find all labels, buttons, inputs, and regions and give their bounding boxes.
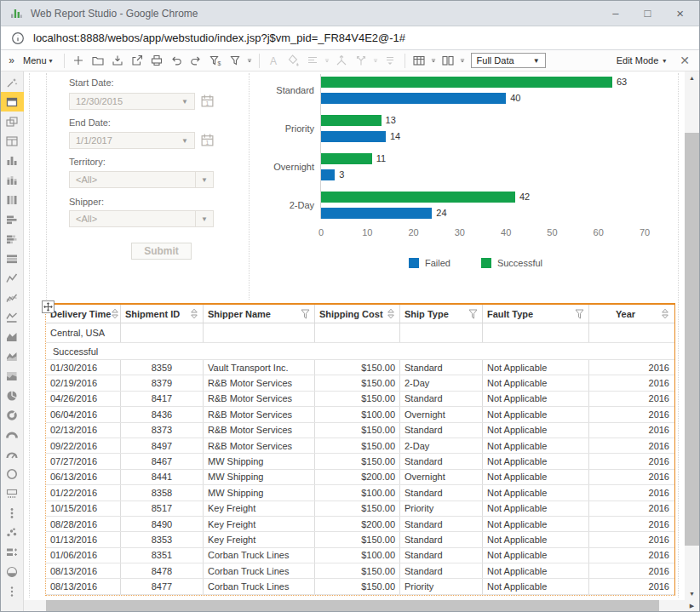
column-header-fault-type[interactable]: Fault Type [483,305,589,323]
column-header-ship-type[interactable]: Ship Type [400,305,483,323]
edit-mode-button[interactable]: Edit Mode▾ [617,55,667,66]
shipper-select[interactable]: <All>▼ [69,210,214,227]
vertical-scrollbar-thumb[interactable] [685,133,699,546]
filter-icon[interactable] [468,309,478,319]
sidebar-item-line-chart[interactable] [1,268,24,288]
table-row[interactable]: 10/15/20168517Key Freight$150.00Priority… [46,501,674,517]
legend-item-failed[interactable]: Failed [409,258,450,268]
sidebar-item-hbar-chart[interactable] [1,209,24,229]
chart-bar-successful[interactable] [321,115,382,126]
filter-icon[interactable] [575,309,584,319]
maximize-icon[interactable]: □ [644,7,651,20]
table-row[interactable]: 01/06/20168351Corban Truck Lines$100.00S… [46,548,674,563]
sidebar-item-area-chart[interactable] [1,327,24,346]
start-date-calendar-icon[interactable]: 1 [199,93,215,109]
export-icon[interactable] [128,52,147,69]
chart-bar-failed[interactable] [321,93,506,104]
filter-currency-icon[interactable]: $ [206,52,226,69]
sort-icon[interactable] [111,308,119,319]
sidebar-item-schedule-chart[interactable] [1,483,24,503]
table-row[interactable]: 08/28/20168490Key Freight$200.00Standard… [46,517,674,532]
column-header-year[interactable]: Year [589,305,674,323]
start-date-input[interactable]: 12/30/2015▼ [69,93,195,110]
chart-bar-failed[interactable] [321,131,386,142]
column-header-delivery-time[interactable]: Delivery Time [46,305,121,323]
vertical-scrollbar[interactable]: ▲ ▼ [685,71,699,600]
sidebar-item-liquid-gauge[interactable] [1,562,24,581]
panel-view-icon[interactable] [439,52,458,69]
column-header-shipper-name[interactable]: Shipper Name [204,305,315,323]
new-icon[interactable] [69,52,89,69]
end-date-calendar-icon[interactable]: 1 [199,132,215,148]
sidebar-item-arc-chart[interactable] [1,425,24,444]
chart-bar-failed[interactable] [321,208,432,219]
data-view-select[interactable]: Full Data▼ [471,53,546,68]
page-info-icon[interactable] [11,31,25,45]
end-date-input[interactable]: 1/1/2017▼ [69,132,195,149]
legend-item-successful[interactable]: Successful [481,258,542,268]
close-report-icon[interactable]: ✕ [680,54,690,67]
sidebar-item-ring[interactable] [1,464,24,483]
table-move-handle[interactable] [42,300,55,313]
overflow-chevrons[interactable]: » [7,52,16,69]
sidebar-item-more[interactable] [1,581,24,601]
sidebar-item-pie-chart[interactable] [1,386,24,405]
scroll-down-icon[interactable]: ▼ [685,587,699,600]
horizontal-scrollbar-thumb[interactable] [46,600,659,612]
sidebar-item-area-100[interactable] [1,366,24,386]
menu-button[interactable]: Menu▾ [18,55,60,66]
chart-bar-successful[interactable] [321,77,612,88]
sidebar-item-band-line[interactable] [1,307,24,327]
save-icon[interactable] [108,52,128,69]
print-icon[interactable] [147,52,167,69]
table-row[interactable]: 01/22/20168358MW Shipping$100.00Standard… [46,485,674,500]
sort-icon[interactable] [661,308,669,319]
sidebar-item-bar-100[interactable] [1,190,24,209]
table-band-row[interactable]: Successful [46,343,674,360]
redo-icon[interactable] [186,52,206,69]
column-header-shipment-id[interactable]: Shipment ID [121,305,204,323]
table-group-row[interactable]: Central, USA [46,323,674,343]
sort-icon[interactable] [190,308,198,319]
scroll-right-icon[interactable]: ▶ [686,600,698,612]
close-icon[interactable]: × [676,6,684,20]
table-row[interactable]: 08/13/20168477Corban Truck Lines$150.00P… [46,579,674,594]
sidebar-item-scatter-plot[interactable] [1,523,24,542]
table-row[interactable]: 04/26/20168417R&B Motor Services$150.00S… [46,392,674,407]
sort-icon[interactable] [387,308,395,319]
table-row[interactable]: 07/27/20168467MW Shipping$150.00Standard… [46,454,674,469]
chart-bar-successful[interactable] [321,153,372,164]
table-row[interactable]: 09/22/20168497R&B Motor Services$150.002… [46,438,674,454]
filter-icon[interactable] [226,52,245,69]
sidebar-item-table[interactable] [1,92,24,112]
chart-bar-failed[interactable] [321,169,335,180]
sidebar-item-hbar-stacked[interactable] [1,229,24,249]
sidebar-item-container[interactable] [1,131,24,151]
scroll-up-icon[interactable]: ▲ [685,71,699,84]
chart-bar-successful[interactable] [321,192,515,203]
filter-icon[interactable] [301,309,310,319]
sidebar-item-crosstab[interactable] [1,112,24,131]
undo-icon[interactable] [167,52,186,69]
table-row[interactable]: 02/19/20168379R&B Motor Services$150.002… [46,375,674,391]
column-header-shipping-cost[interactable]: Shipping Cost [315,305,400,323]
sidebar-item-stacked-area[interactable] [1,346,24,366]
sidebar-item-stacked-bar[interactable] [1,170,24,190]
horizontal-scrollbar[interactable]: ▶ [24,600,699,612]
table-row[interactable]: 08/13/20168478Corban Truck Lines$150.00S… [46,563,674,579]
url-text[interactable]: localhost:8888/webos/app/webstudio/index… [33,31,405,44]
sidebar-item-hbar-100[interactable] [1,249,24,268]
sidebar-item-multiline-chart[interactable] [1,288,24,307]
sidebar-item-list-add[interactable] [1,542,24,562]
sidebar-item-gauge[interactable] [1,444,24,464]
table-row[interactable]: 01/13/20168353Key Freight$150.00Standard… [46,532,674,547]
table-row[interactable]: 02/13/20168373R&B Motor Services$150.00S… [46,423,674,438]
sidebar-item-auto-chart[interactable] [1,72,24,92]
territory-select[interactable]: <All>▼ [69,171,214,188]
sidebar-item-bar-chart[interactable] [1,151,24,170]
grid-view-icon[interactable] [410,52,429,69]
sidebar-item-donut-chart[interactable] [1,405,24,425]
table-row[interactable]: 01/30/20168359Vault Transport Inc.$150.0… [46,360,674,375]
minimize-icon[interactable]: – [612,7,618,20]
table-row[interactable]: 06/13/20168441MW Shipping$200.00Overnigh… [46,470,674,485]
